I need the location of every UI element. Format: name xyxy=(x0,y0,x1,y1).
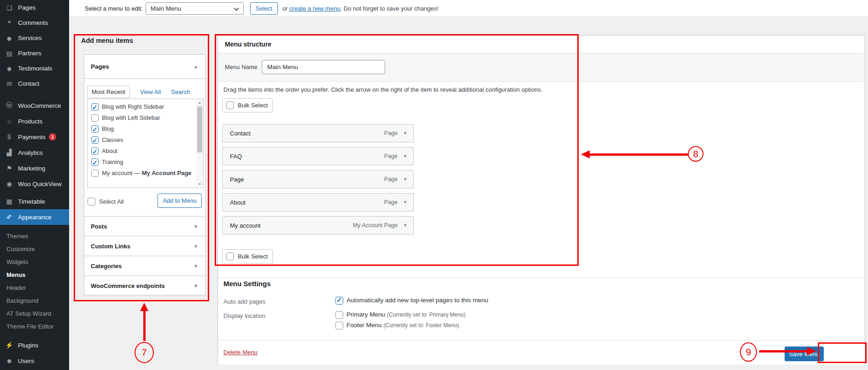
tab-view-all[interactable]: View All xyxy=(140,88,161,95)
select-button[interactable]: Select xyxy=(250,2,278,15)
menu-select-dropdown[interactable]: Main Menu xyxy=(146,2,244,15)
chevron-down-icon[interactable]: ▼ xyxy=(403,200,407,205)
sidebar-group-top: ❏ Pages ❝ Comments ◆ Services ▤ xyxy=(0,0,69,91)
sidebar-item[interactable]: ✐ Appearance xyxy=(0,209,69,225)
submenu-item[interactable]: Customize xyxy=(0,242,69,255)
sidebar-item[interactable]: ⌂ Products xyxy=(0,113,69,129)
sidebar-item[interactable]: ⚑ Marketing xyxy=(0,160,69,176)
page-checkbox[interactable]: ✓ xyxy=(91,125,99,133)
delete-menu-link[interactable]: Delete Menu xyxy=(223,349,258,356)
menu-item-bar[interactable]: About Page ▼ xyxy=(222,193,414,211)
page-checkbox[interactable]: ✓ xyxy=(91,170,99,177)
submenu-item-label: Background xyxy=(6,297,38,304)
sidebar-item[interactable]: ◆ Services xyxy=(0,30,69,46)
drag-instructions: Drag the items into the order you prefer… xyxy=(223,86,542,93)
submenu-item[interactable]: Menus xyxy=(0,268,69,281)
scroll-up-icon[interactable]: ▲ xyxy=(196,99,203,106)
chevron-down-icon xyxy=(234,6,239,11)
submenu-item[interactable]: Themes xyxy=(0,229,69,242)
save-menu-button[interactable]: Save Menu xyxy=(785,347,824,361)
pages-list-scrollbar[interactable]: ▲ ▼ xyxy=(196,99,203,188)
accordion-section-header[interactable]: WooCommerce endpoints ▼ xyxy=(84,276,205,295)
chevron-up-icon[interactable]: ▲ xyxy=(194,64,198,69)
tab-most-recent[interactable]: Most Recent xyxy=(87,86,130,98)
bulk-select-checkbox[interactable]: ✓ xyxy=(226,101,234,109)
sidebar-item-label: Marketing xyxy=(18,165,45,172)
sidebar-item[interactable]: ❏ Pages xyxy=(0,0,69,15)
checklist-item[interactable]: ✓Blog xyxy=(91,123,194,135)
menu-item-bar[interactable]: My account My Account Page ▼ xyxy=(222,216,414,235)
sidebar-item[interactable]: ⚡ Plugins xyxy=(0,337,69,353)
or-text: or xyxy=(282,5,289,12)
submenu-item[interactable]: AT Setup Wizard xyxy=(0,307,69,320)
chevron-down-icon[interactable]: ▼ xyxy=(403,177,407,182)
checklist-item[interactable]: ✓About xyxy=(91,146,194,157)
menu-item-bar[interactable]: FAQ Page ▼ xyxy=(222,147,414,165)
sidebar-item[interactable]: ▦ Timetable xyxy=(0,194,69,209)
chevron-down-icon[interactable]: ▼ xyxy=(403,223,407,228)
wordpress-menus-page: Select a menu to edit: Main Menu Select … xyxy=(0,0,868,370)
checklist-item[interactable]: ✓Blog with Left Sidebar xyxy=(91,112,194,123)
accordion-section-header[interactable]: Posts ▼ xyxy=(84,216,205,236)
create-new-menu-link[interactable]: create a new menu xyxy=(289,5,340,12)
bulk-select-label: Bulk Select xyxy=(238,102,268,109)
menu-item-bar[interactable]: Page Page ▼ xyxy=(222,170,414,188)
sidebar-item[interactable]: ❝ Comments xyxy=(0,15,69,30)
chevron-down-icon[interactable]: ▼ xyxy=(403,131,407,135)
scroll-down-icon[interactable]: ▼ xyxy=(196,181,203,188)
accordion-section-header[interactable]: Custom Links ▼ xyxy=(84,236,205,256)
sidebar-item[interactable]: ☻ Testimonials xyxy=(0,61,69,76)
submenu-item[interactable]: Header xyxy=(0,281,69,294)
submenu-item[interactable]: Widgets xyxy=(0,255,69,268)
auto-add-checkbox[interactable]: ✓ xyxy=(335,297,343,305)
checklist-item[interactable]: ✓Blog with Right Sidebar xyxy=(91,101,194,112)
bulk-select-label: Bulk Select xyxy=(238,253,268,260)
page-checkbox[interactable]: ✓ xyxy=(91,114,99,122)
sidebar-item-icon: ◆ xyxy=(5,35,13,42)
page-checkbox[interactable]: ✓ xyxy=(91,147,99,155)
checklist-item[interactable]: ✓Classes xyxy=(91,135,194,146)
page-checkbox[interactable]: ✓ xyxy=(91,136,99,144)
menu-structure-title: Menu structure xyxy=(225,41,271,48)
footer-menu-checkbox[interactable]: ✓ xyxy=(335,322,343,329)
menu-item-type: Page xyxy=(384,199,398,206)
page-checkbox[interactable]: ✓ xyxy=(91,159,99,166)
submenu-item-label: Themes xyxy=(6,233,28,240)
sidebar-item[interactable]: ☻ Users xyxy=(0,353,69,369)
bulk-select-checkbox[interactable]: ✓ xyxy=(226,253,234,260)
sidebar-item-icon: ⚑ xyxy=(5,164,13,172)
scrollbar-thumb[interactable] xyxy=(197,106,202,153)
sidebar-item[interactable]: ◉ Woo QuickView xyxy=(0,176,69,192)
sidebar-item-icon: ▤ xyxy=(5,50,13,57)
chevron-down-icon[interactable]: ▼ xyxy=(403,154,407,159)
page-checkbox[interactable]: ✓ xyxy=(91,103,99,111)
sidebar-item[interactable]: ▤ Partners xyxy=(0,46,69,61)
page-label: Classes xyxy=(102,136,123,143)
primary-menu-checkbox[interactable]: ✓ xyxy=(335,311,343,319)
accordion-section-header[interactable]: Categories ▼ xyxy=(84,256,205,276)
sidebar-item-label: Testimonials xyxy=(18,65,52,72)
bulk-select-bottom: ✓ Bulk Select xyxy=(222,249,273,264)
menu-name-row: Menu Name xyxy=(218,53,865,82)
sidebar-item[interactable]: Ⓦ WooCommerce xyxy=(0,98,69,113)
select-all-checkbox[interactable]: ✓ xyxy=(88,198,95,206)
bulk-select-top: ✓ Bulk Select xyxy=(222,98,273,112)
tab-search[interactable]: Search xyxy=(171,88,190,95)
add-to-menu-button[interactable]: Add to Menu xyxy=(158,194,202,208)
sidebar-item[interactable]: ▟ Analytics xyxy=(0,145,69,160)
sidebar-item[interactable]: $ Payments 1 xyxy=(0,129,69,145)
sidebar-item-icon: ✉ xyxy=(5,80,13,88)
menu-select-value: Main Menu xyxy=(151,5,182,12)
checklist-item[interactable]: ✓My account — My Account Page xyxy=(91,168,194,179)
menu-name-input[interactable] xyxy=(262,60,385,74)
checklist-item[interactable]: ✓Training xyxy=(91,157,194,168)
menu-item-label: My account xyxy=(230,222,260,229)
submenu-item[interactable]: Background xyxy=(0,294,69,307)
menu-item-bar[interactable]: Contact Page ▼ xyxy=(222,124,414,142)
sidebar-group-woocommerce: Ⓦ WooCommerce ⌂ Products $ Payments 1 xyxy=(0,98,69,192)
sidebar-item[interactable]: ✉ Contact xyxy=(0,76,69,91)
check-icon: ✓ xyxy=(92,135,98,146)
sidebar-item-label: Timetable xyxy=(18,198,45,205)
submenu-item[interactable]: Theme File Editor xyxy=(0,320,69,333)
pages-accordion-header[interactable]: Pages ▲ xyxy=(84,55,205,79)
